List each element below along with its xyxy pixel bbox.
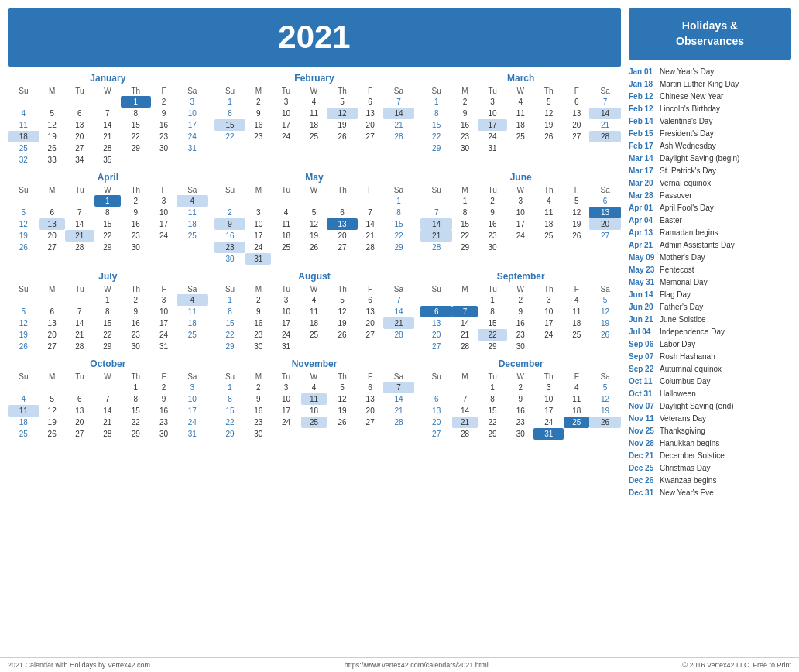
day-cell: 5 [533,96,564,108]
day-cell: 3 [151,195,177,207]
day-cell: 19 [327,317,357,329]
holiday-row: May 23Pentecost [629,264,791,276]
day-cell: 14 [383,108,415,119]
day-cell: 7 [452,393,478,405]
day-cell: 2 [245,294,271,306]
day-cell: 17 [151,317,177,329]
day-cell-empty [271,253,300,265]
holiday-name: New Year's Day [660,66,714,77]
day-cell: 4 [8,108,39,119]
day-cell: 30 [245,341,271,352]
day-header: M [452,86,478,96]
day-cell: 3 [177,96,208,108]
day-cell: 3 [151,294,177,306]
day-cell: 26 [301,242,327,253]
day-cell: 4 [301,382,327,393]
month-block: JulySuMTuWThFSa1234567891011121314151617… [8,271,208,352]
day-cell: 28 [358,242,383,253]
day-header: F [151,86,177,96]
holiday-date: May 31 [629,276,657,288]
day-cell: 19 [327,405,357,417]
day-cell: 13 [65,119,94,131]
day-cell: 2 [245,96,271,108]
day-cell: 16 [214,230,246,242]
day-cell: 29 [383,242,415,253]
holidays-section: Holidays &Observances Jan 01New Year's D… [629,8,791,657]
day-cell: 4 [177,195,208,207]
day-cell-empty [177,154,208,166]
holiday-row: Mar 20Vernal equinox [629,177,791,189]
day-cell: 5 [39,108,65,119]
day-cell: 31 [177,142,208,154]
day-header: Th [533,86,564,96]
day-cell: 16 [121,218,151,230]
holiday-name: Valentine's Day [660,115,712,127]
day-header: F [358,86,383,96]
day-cell: 6 [65,393,94,405]
day-cell: 21 [589,119,621,131]
day-cell: 31 [177,428,208,440]
day-cell: 30 [121,341,151,352]
day-cell: 23 [245,131,271,142]
day-cell: 18 [177,218,208,230]
day-cell [301,195,327,207]
day-cell: 8 [121,393,151,405]
day-cell: 11 [8,119,39,131]
day-cell: 16 [507,317,533,329]
day-cell: 19 [8,329,39,341]
day-header: W [301,185,327,195]
day-cell [94,382,121,393]
day-cell: 6 [564,96,589,108]
holiday-date: Sep 07 [629,351,657,362]
months-grid: JanuarySuMTuWThFSa1234567891011121314151… [8,73,621,440]
day-header: Tu [478,284,507,294]
day-cell: 1 [214,382,246,393]
day-cell: 4 [507,96,533,108]
day-cell: 13 [39,317,65,329]
day-header: M [245,372,271,382]
day-cell: 20 [420,417,452,428]
holiday-name: June Solstice [660,314,705,325]
day-cell: 30 [121,242,151,253]
holiday-date: Nov 07 [629,400,657,412]
day-header: W [301,284,327,294]
day-cell [39,195,65,207]
day-cell: 28 [94,428,121,440]
day-cell: 28 [65,242,94,253]
day-cell: 18 [301,317,327,329]
day-header: W [507,185,533,195]
holiday-name: Veterans Day [660,413,706,424]
holiday-row: Feb 12Chinese New Year [629,91,791,102]
holiday-date: May 23 [629,264,657,276]
holiday-row: Mar 17St. Patrick's Day [629,165,791,177]
day-cell: 21 [358,230,383,242]
day-cell: 12 [327,306,357,317]
day-cell [271,195,300,207]
day-cell: 18 [507,119,533,131]
month-title: February [214,73,415,84]
month-table: SuMTuWThFSa12345678910111213141516171819… [214,86,415,142]
holiday-row: Jun 20Father's Day [629,301,791,313]
holiday-date: Jan 01 [629,66,657,77]
day-cell: 24 [177,131,208,142]
holiday-row: Dec 25Christmas Day [629,462,791,474]
day-cell: 23 [245,329,271,341]
day-cell: 11 [301,393,327,405]
day-cell: 11 [177,207,208,218]
day-cell: 11 [177,306,208,317]
holiday-name: Mother's Day [660,252,705,263]
month-block: FebruarySuMTuWThFSa123456789101112131415… [214,73,415,166]
footer-left: 2021 Calendar with Holidays by Vertex42.… [8,661,150,669]
day-cell: 7 [589,96,621,108]
day-cell: 15 [121,405,151,417]
day-cell: 22 [94,230,121,242]
day-cell: 17 [478,119,507,131]
day-header: F [564,185,589,195]
day-cell: 12 [8,218,39,230]
day-cell: 1 [420,96,452,108]
day-cell: 12 [327,108,357,119]
day-header: Su [214,185,246,195]
day-cell-empty [564,242,589,253]
day-cell: 19 [589,405,621,417]
holiday-name: Father's Day [660,301,703,313]
